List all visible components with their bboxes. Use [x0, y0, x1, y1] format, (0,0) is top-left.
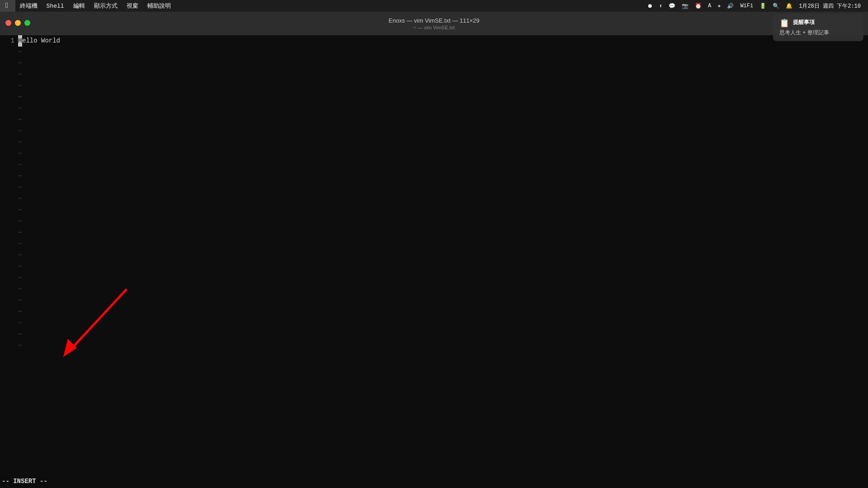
tilde-line: ~ [0, 272, 868, 284]
menubar-notification: 🔔 [784, 3, 794, 9]
menubar-window[interactable]: 視窗 [122, 0, 143, 12]
tilde-line: ~ [0, 114, 868, 126]
tilde-line: ~ [0, 92, 868, 103]
tilde-line: ~ [0, 340, 868, 352]
tilde-line: ~ [0, 250, 868, 261]
menubar-search[interactable]: 🔍 [771, 3, 781, 9]
menubar-datetime: 1月28日 週四 下午2:10 [797, 2, 863, 10]
tilde-line: ~ [0, 193, 868, 205]
tilde-line: ~ [0, 160, 868, 171]
menubar-volume: 🔊 [725, 3, 736, 9]
line-content-1: Hello World [18, 35, 868, 47]
window-controls [5, 20, 30, 26]
menubar-cloud: ⬆ [657, 3, 664, 9]
insert-mode-indicator: -- INSERT -- [2, 476, 47, 487]
maximize-button[interactable] [24, 20, 30, 26]
apple-menu[interactable]:  [0, 0, 15, 12]
vim-line-1: 1 Hello World [0, 35, 868, 47]
notification-header: 📋 提醒事項 [779, 18, 857, 28]
menubar-clock: ⏰ [693, 3, 703, 9]
vim-content: 1 Hello World ~~~~~~~~~~~~~~~~~~~~~~~~~~… [0, 35, 868, 474]
tilde-line: ~ [0, 69, 868, 80]
notification-body: 思考人生 + 整理記事 [779, 29, 857, 37]
tilde-line: ~ [0, 103, 868, 114]
menubar:  終端機 Shell 編輯 顯示方式 視窗 輔助說明 ⏺ ⬆ 💬 📷 ⏰ A … [0, 0, 868, 12]
menubar-edit[interactable]: 編輯 [69, 0, 90, 12]
tilde-line: ~ [0, 227, 868, 239]
tilde-line: ~ [0, 137, 868, 148]
tilde-line: ~ [0, 306, 868, 318]
notification-app-icon: 📋 [779, 18, 789, 28]
tilde-line: ~ [0, 47, 868, 58]
tilde-line: ~ [0, 216, 868, 227]
tilde-line: ~ [0, 80, 868, 92]
menubar-right: ⏺ ⬆ 💬 📷 ⏰ A ✶ 🔊 WiFi 🔋 🔍 🔔 1月28日 週四 下午2:… [646, 2, 868, 10]
tilde-line: ~ [0, 148, 868, 160]
close-button[interactable] [5, 20, 11, 26]
tilde-line: ~ [0, 295, 868, 306]
menubar-bluetooth: ✶ [716, 3, 722, 9]
window-title: Enoxs — vim VimSE.txt — 111×29 [389, 17, 480, 24]
notification-title: 提醒事項 [793, 19, 815, 26]
tilde-line: ~ [0, 261, 868, 272]
menubar-view[interactable]: 顯示方式 [90, 0, 122, 12]
window-subtitle: ~ — vim VimSE.txt [413, 25, 455, 30]
notification-popup: 📋 提醒事項 思考人生 + 整理記事 [773, 14, 863, 41]
menubar-font: A [706, 3, 713, 9]
tilde-line: ~ [0, 284, 868, 295]
menubar-help[interactable]: 輔助說明 [143, 0, 175, 12]
vim-statusbar: -- INSERT -- [0, 474, 868, 488]
menubar-terminal[interactable]: 終端機 [15, 0, 42, 12]
tilde-line: ~ [0, 171, 868, 182]
tilde-line: ~ [0, 329, 868, 340]
menubar-shell[interactable]: Shell [42, 0, 69, 12]
line-text-rest: ello World [22, 37, 60, 44]
titlebar: Enoxs — vim VimSE.txt — 111×29 ~ — vim V… [0, 12, 868, 35]
menubar-wifi: WiFi [738, 3, 755, 9]
vim-editor[interactable]: 1 Hello World ~~~~~~~~~~~~~~~~~~~~~~~~~~… [0, 35, 868, 488]
line-number-1: 1 [0, 35, 18, 47]
minimize-button[interactable] [15, 20, 21, 26]
menubar-battery: 🔋 [758, 3, 768, 9]
tilde-line: ~ [0, 318, 868, 329]
tilde-lines: ~~~~~~~~~~~~~~~~~~~~~~~~~~~ [0, 47, 868, 352]
tilde-line: ~ [0, 239, 868, 250]
vim-cursor: H [18, 35, 22, 47]
tilde-line: ~ [0, 182, 868, 193]
tilde-line: ~ [0, 58, 868, 69]
tilde-line: ~ [0, 205, 868, 216]
menubar-facetime: 📷 [680, 3, 690, 9]
menubar-left:  終端機 Shell 編輯 顯示方式 視窗 輔助說明 [0, 0, 175, 12]
tilde-line: ~ [0, 126, 868, 137]
menubar-message: 💬 [667, 3, 677, 9]
menubar-record: ⏺ [646, 3, 655, 9]
